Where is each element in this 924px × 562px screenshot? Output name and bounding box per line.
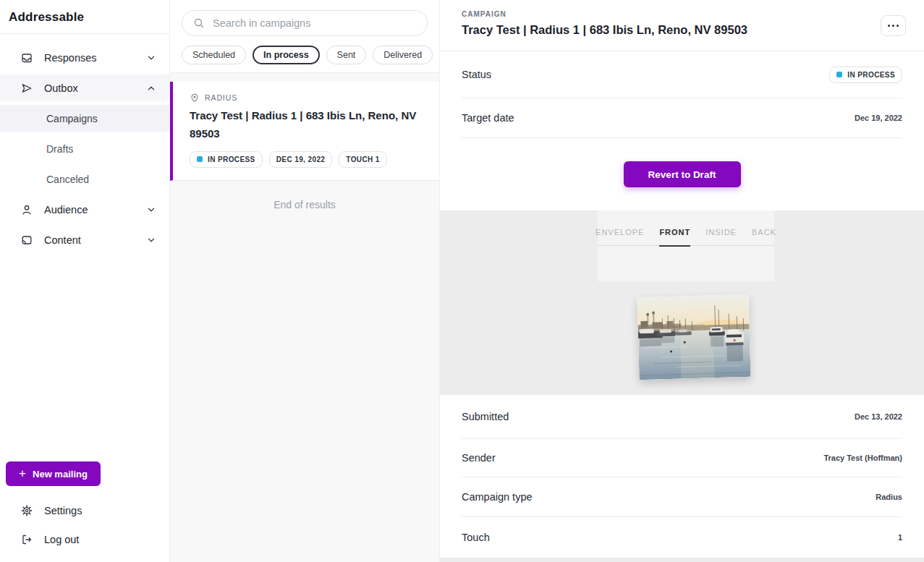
gear-icon <box>21 505 33 516</box>
sender-label: Sender <box>462 452 496 464</box>
status-label: Status <box>462 69 491 80</box>
submitted-row: Submitted Dec 13, 2022 <box>462 395 902 439</box>
date-badge: DEC 19, 2022 <box>269 151 333 168</box>
target-date-value: Dec 19, 2022 <box>855 114 902 122</box>
sidebar: Addressable Responses Outbox <box>0 0 170 562</box>
campaign-type-label: RADIUS <box>205 93 237 102</box>
detail-title: Tracy Test | Radius 1 | 683 Ibis Ln, Ren… <box>462 23 902 37</box>
status-badge: IN PROCESS <box>190 151 263 168</box>
list-toolbar: Scheduled In process Sent Delivered <box>170 0 439 73</box>
submitted-label: Submitted <box>462 411 509 422</box>
filter-chip-sent[interactable]: Sent <box>326 46 367 64</box>
sidebar-item-content[interactable]: Content <box>0 226 169 253</box>
campaign-card-badges: IN PROCESS DEC 19, 2022 TOUCH 1 <box>190 151 425 168</box>
app-root: Addressable Responses Outbox <box>0 0 924 562</box>
inbox-icon <box>21 52 33 64</box>
campaign-list-panel: Scheduled In process Sent Delivered RADI… <box>170 0 440 562</box>
campaign-type-row: RADIUS <box>190 93 425 103</box>
search-input[interactable] <box>213 17 416 29</box>
target-date-row: Target date Dec 19, 2022 <box>462 98 902 138</box>
chevron-down-icon <box>146 205 156 215</box>
sidebar-nav: Responses Outbox Campaigns Drafts Cancel… <box>0 34 169 257</box>
detail-header: CAMPAIGN Tracy Test | Radius 1 | 683 Ibi… <box>440 0 924 51</box>
status-badge: IN PROCESS <box>829 67 902 83</box>
touch-badge: TOUCH 1 <box>339 151 387 168</box>
send-icon <box>21 82 33 94</box>
logout-label: Log out <box>44 534 79 545</box>
sidebar-item-label: Outbox <box>44 82 78 94</box>
tab-inside[interactable]: INSIDE <box>705 228 737 238</box>
campaign-type-row: Campaign type Radius <box>462 477 902 517</box>
sidebar-item-outbox[interactable]: Outbox <box>0 74 169 101</box>
campaign-detail-panel: CAMPAIGN Tracy Test | Radius 1 | 683 Ibi… <box>440 0 924 562</box>
campaign-type-value: Radius <box>876 493 902 501</box>
content-icon <box>21 234 33 246</box>
chevron-down-icon <box>146 235 156 245</box>
target-date-label: Target date <box>462 112 514 124</box>
tab-front[interactable]: FRONT <box>659 228 690 247</box>
tab-envelope[interactable]: ENVELOPE <box>595 228 644 238</box>
status-row: Status IN PROCESS <box>462 51 902 98</box>
campaign-card-title: Tracy Test | Radius 1 | 683 Ibis Ln, Ren… <box>190 107 425 143</box>
more-actions-button[interactable] <box>881 15 906 36</box>
end-of-results: End of results <box>170 181 439 229</box>
revert-to-draft-button[interactable]: Revert to Draft <box>624 161 741 187</box>
sidebar-item-campaigns[interactable]: Campaigns <box>0 105 169 132</box>
logout-icon <box>21 534 33 545</box>
detail-eyebrow: CAMPAIGN <box>462 10 902 18</box>
filter-chips: Scheduled In process Sent Delivered <box>182 36 428 72</box>
new-mailing-label: New mailing <box>33 469 88 480</box>
status-dot <box>836 72 842 77</box>
campaign-card[interactable]: RADIUS Tracy Test | Radius 1 | 683 Ibis … <box>170 82 439 181</box>
postcard-front-image[interactable] <box>637 294 750 380</box>
chevron-up-icon <box>146 83 156 93</box>
more-icon <box>888 25 891 27</box>
sidebar-item-canceled[interactable]: Canceled <box>0 166 169 192</box>
filter-chip-in-process[interactable]: In process <box>253 46 320 64</box>
next-section-edge <box>440 558 924 562</box>
app-logo: Addressable <box>0 0 169 34</box>
sidebar-item-responses[interactable]: Responses <box>0 44 169 71</box>
sidebar-item-drafts[interactable]: Drafts <box>0 135 169 162</box>
tab-back[interactable]: BACK <box>752 228 776 238</box>
status-dot <box>197 156 203 162</box>
touch-value: 1 <box>898 533 902 542</box>
search-icon <box>193 17 205 29</box>
mail-preview: ENVELOPE FRONT INSIDE BACK <box>440 210 924 395</box>
search-box[interactable] <box>182 10 428 36</box>
filter-chip-delivered[interactable]: Delivered <box>373 46 433 64</box>
campaign-type-label: Campaign type <box>462 491 533 503</box>
sidebar-item-label: Content <box>44 234 81 246</box>
revert-zone: Revert to Draft <box>440 138 924 210</box>
sidebar-item-label: Audience <box>44 204 88 216</box>
location-pin-icon <box>190 93 200 103</box>
filter-chip-scheduled[interactable]: Scheduled <box>182 46 246 64</box>
settings-button[interactable]: Settings <box>0 498 169 523</box>
sidebar-item-label: Responses <box>44 52 97 64</box>
new-mailing-button[interactable]: + New mailing <box>6 461 101 486</box>
preview-tabs: ENVELOPE FRONT INSIDE BACK <box>598 228 774 246</box>
chevron-down-icon <box>146 53 156 63</box>
touch-label: Touch <box>462 532 490 543</box>
touch-row: Touch 1 <box>462 517 902 558</box>
marina-photo <box>637 294 750 380</box>
settings-label: Settings <box>44 505 82 516</box>
logout-button[interactable]: Log out <box>0 527 169 552</box>
person-icon <box>21 204 33 216</box>
sender-row: Sender Tracy Test (Hoffman) <box>462 439 902 477</box>
submitted-value: Dec 13, 2022 <box>855 412 902 421</box>
sidebar-bottom: + New mailing Settings Log out <box>0 461 169 562</box>
sender-value: Tracy Test (Hoffman) <box>823 454 902 462</box>
sidebar-item-audience[interactable]: Audience <box>0 196 169 223</box>
plus-icon: + <box>19 467 26 480</box>
